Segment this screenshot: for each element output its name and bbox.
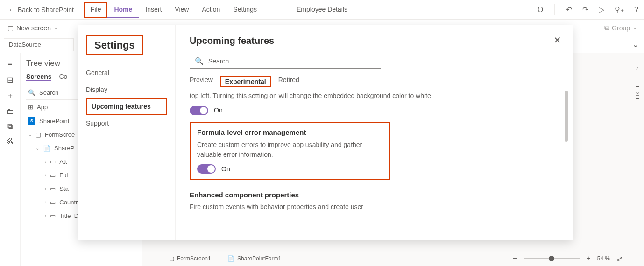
share-icon[interactable]: ⚲₊ — [613, 3, 626, 16]
toggle-label: On — [221, 164, 230, 174]
scrollbar[interactable] — [565, 91, 568, 142]
breadcrumb-formscreen[interactable]: ▢ FormScreen1 — [169, 255, 211, 262]
tree-label: Att — [59, 158, 67, 165]
panel-title: Upcoming features — [190, 35, 559, 46]
chevron-right-icon: › — [45, 213, 46, 218]
sharepoint-icon: S — [28, 117, 35, 125]
chevron-right-icon: › — [45, 173, 46, 178]
toggle-formula-error[interactable] — [197, 164, 216, 174]
app-title: Employee Details — [297, 6, 347, 13]
nav-support[interactable]: Support — [86, 115, 167, 132]
tree-tab-components[interactable]: Co — [59, 73, 67, 81]
tree-label: SharePoint — [39, 118, 69, 125]
tab-preview[interactable]: Preview — [190, 76, 213, 87]
toggle-label: On — [214, 105, 223, 115]
hamburger-icon[interactable]: ≡ — [8, 61, 12, 69]
tree-tab-screens[interactable]: Screens — [26, 73, 51, 81]
feature-title: Enhanced component properties — [190, 190, 479, 201]
tree-view-icon[interactable]: ⊟ — [7, 76, 13, 84]
data-icon[interactable]: 🗀 — [7, 107, 14, 116]
formula-property-label: DataSource — [9, 41, 41, 48]
redo-icon[interactable]: ↷ — [580, 3, 590, 16]
features-search[interactable]: 🔍 Search — [190, 54, 381, 69]
screen-icon: ▢ — [169, 255, 174, 262]
chevron-right-icon: › — [45, 186, 46, 191]
search-icon: 🔍 — [28, 89, 35, 96]
tree-label: ShareP — [54, 145, 74, 152]
edit-label: EDIT — [635, 86, 640, 101]
chevron-down-icon[interactable]: ⌄ — [630, 38, 640, 51]
nav-upcoming-features[interactable]: Upcoming features — [86, 98, 167, 115]
zoom-slider[interactable] — [524, 258, 580, 259]
search-placeholder: Search — [208, 57, 229, 65]
tree-label: Ful — [59, 172, 68, 179]
insert-icon[interactable]: ＋ — [7, 91, 14, 101]
tools-icon[interactable]: 🛠 — [7, 137, 14, 146]
formula-property-dropdown[interactable]: DataSource — [4, 38, 74, 51]
panel-body: top left. Turning this setting on will c… — [190, 91, 479, 212]
card-icon: ▭ — [50, 172, 56, 179]
tab-retired[interactable]: Retired — [278, 76, 299, 87]
screen-icon: ▢ — [35, 131, 41, 138]
stethoscope-icon[interactable]: ℧ — [536, 3, 545, 16]
tab-view[interactable]: View — [168, 2, 195, 18]
chevron-down-icon: ⌄ — [35, 146, 39, 151]
tab-action[interactable]: Action — [195, 2, 226, 18]
card-icon: ▭ — [50, 185, 56, 192]
toggle-embedded-bg[interactable] — [190, 106, 208, 115]
play-icon[interactable]: ▷ — [597, 3, 606, 16]
tree-search-placeholder: Search — [39, 89, 58, 96]
card-icon: ▭ — [50, 212, 56, 219]
feature-title: Formula-level error management — [197, 127, 383, 138]
card-icon: ▭ — [50, 199, 56, 206]
undo-icon[interactable]: ↶ — [564, 3, 574, 16]
group-label: Group — [612, 24, 630, 32]
feature-tabs: Preview Experimental Retired — [190, 76, 559, 87]
group-button[interactable]: ⧉ Group ⌄ — [604, 24, 637, 32]
close-icon[interactable]: ✕ — [553, 35, 561, 46]
group-icon: ⧉ — [604, 24, 609, 32]
right-rail: ‹ EDIT — [630, 53, 644, 248]
tab-experimental[interactable]: Experimental — [220, 76, 271, 87]
tab-home[interactable]: Home — [107, 2, 139, 18]
dialog-title: Settings — [86, 35, 143, 55]
tree-label: Sta — [59, 185, 69, 192]
feature-enhanced-components: Enhanced component properties Fire custo… — [190, 190, 479, 212]
form-icon: 📄 — [227, 255, 234, 262]
zoom-out-button[interactable]: − — [511, 252, 519, 265]
nav-display[interactable]: Display — [86, 81, 167, 98]
tab-settings[interactable]: Settings — [226, 2, 263, 18]
left-rail: ≡ ⊟ ＋ 🗀 ⧉ 🛠 — [0, 53, 21, 266]
help-icon[interactable]: ? — [632, 4, 640, 16]
back-label: Back to SharePoint — [18, 6, 74, 14]
zoom-in-button[interactable]: + — [584, 252, 592, 265]
settings-dialog: Settings General Display Upcoming featur… — [78, 25, 573, 240]
media-icon[interactable]: ⧉ — [7, 122, 13, 131]
back-to-sharepoint-link[interactable]: ← Back to SharePoint — [4, 3, 78, 16]
screen-icon: ▢ — [7, 24, 14, 32]
tab-file[interactable]: File — [84, 2, 108, 18]
crumb-label: SharePointForm1 — [237, 255, 281, 262]
zoom-level: 54 % — [597, 255, 610, 262]
fullscreen-icon[interactable]: ⤢ — [615, 252, 624, 265]
tab-insert[interactable]: Insert — [139, 2, 168, 18]
chevron-right-icon: › — [45, 159, 46, 164]
new-screen-button[interactable]: ▢ New screen ⌄ — [7, 24, 57, 32]
search-icon: 🔍 — [195, 57, 204, 65]
status-bar: ▢ FormScreen1 › 📄 SharePointForm1 − + 54… — [163, 251, 630, 266]
nav-general[interactable]: General — [86, 64, 167, 81]
feature-desc: Create custom errors to improve app usab… — [197, 140, 383, 160]
arrow-left-icon: ← — [8, 6, 15, 14]
card-icon: ▭ — [50, 158, 56, 165]
chevron-down-icon: ⌄ — [633, 25, 637, 30]
chevron-left-icon[interactable]: ‹ — [634, 63, 640, 75]
dialog-nav: Settings General Display Upcoming featur… — [78, 25, 176, 240]
partial-feature-desc: top left. Turning this setting on will c… — [190, 91, 479, 101]
chevron-down-icon: ⌄ — [54, 25, 57, 30]
breadcrumb-sharepointform[interactable]: 📄 SharePointForm1 — [227, 255, 281, 262]
chevron-right-icon: › — [219, 256, 220, 261]
feature-formula-error: Formula-level error management Create cu… — [190, 122, 390, 180]
ribbon-tabs: File Home Insert View Action Settings — [84, 2, 263, 18]
form-icon: 📄 — [43, 145, 50, 152]
tree-label: FormScree — [45, 131, 75, 138]
